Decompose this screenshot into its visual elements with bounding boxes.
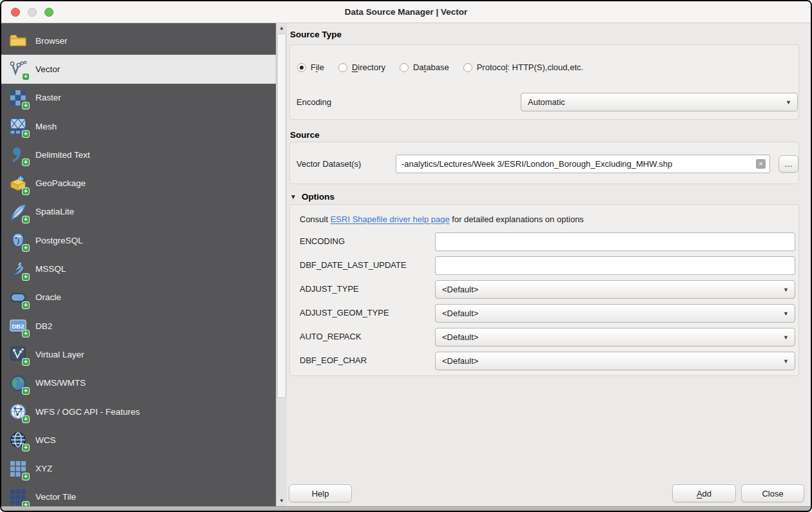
sidebar-item-raster[interactable]: + Raster	[1, 84, 276, 112]
radio-dot-icon	[338, 63, 347, 72]
plus-badge-icon: +	[22, 358, 30, 366]
radio-file[interactable]: File	[297, 62, 324, 72]
plus-badge-icon: +	[22, 158, 30, 166]
vector-layer-icon: +	[9, 60, 27, 78]
encoding-option-input[interactable]	[435, 232, 795, 251]
svg-text:DB2: DB2	[12, 323, 24, 330]
scroll-up-icon[interactable]: ▲	[276, 24, 287, 32]
sidebar-item-label: Virtual Layer	[35, 350, 84, 359]
radio-dot-icon	[400, 63, 409, 72]
db2-icon: DB2 +	[9, 317, 27, 335]
auto-repack-value: <Default>	[442, 332, 478, 342]
sidebar-item-postgresql[interactable]: + PostgreSQL	[1, 226, 276, 254]
spatialite-icon: +	[9, 203, 27, 221]
dbf-eof-char-select[interactable]: <Default> ▼	[435, 352, 795, 370]
auto-repack-select[interactable]: <Default> ▼	[435, 328, 795, 346]
wcs-icon: +	[9, 431, 27, 449]
adjust-type-select[interactable]: <Default> ▼	[435, 280, 795, 299]
radio-directory[interactable]: Directory	[338, 62, 385, 72]
sidebar-item-label: Vector	[35, 64, 60, 74]
adjust-type-value: <Default>	[442, 285, 478, 294]
radio-dot-icon	[463, 63, 472, 72]
oracle-icon: +	[9, 289, 27, 307]
plus-badge-icon: +	[22, 130, 30, 138]
plus-badge-icon: +	[22, 301, 30, 309]
sidebar-item-oracle[interactable]: + Oracle	[1, 283, 276, 312]
sidebar-item-vector-tile[interactable]: + Vector Tile	[1, 483, 276, 506]
plus-badge-icon: +	[22, 444, 30, 451]
sidebar-item-vector[interactable]: + Vector	[1, 55, 276, 83]
xyz-icon: +	[9, 460, 27, 478]
sidebar-item-label: WCS	[35, 435, 56, 445]
sidebar-item-geopackage[interactable]: + GeoPackage	[1, 169, 276, 197]
radio-file-label: File	[311, 62, 324, 72]
help-button[interactable]: Help	[289, 484, 352, 502]
add-button-label: Add	[697, 489, 711, 498]
sidebar-item-mssql[interactable]: + MSSQL	[1, 254, 276, 283]
sidebar-item-browser[interactable]: Browser	[1, 26, 276, 55]
clear-icon[interactable]: ×	[756, 159, 766, 169]
chevron-down-icon: ▼	[783, 334, 789, 340]
scrollbar-thumb[interactable]	[277, 33, 286, 398]
sidebar-item-virtual-layer[interactable]: + Virtual Layer	[1, 340, 276, 368]
delimited-text-icon: +	[9, 146, 27, 164]
vector-source-panel: Source Type File Directory Database Prot	[287, 23, 811, 506]
auto-repack-label: AUTO_REPACK	[300, 332, 362, 341]
options-header-label: Options	[302, 192, 334, 202]
sidebar-item-label: WMS/WMTS	[35, 378, 86, 388]
plus-badge-icon: +	[22, 216, 30, 223]
chevron-down-icon: ▼	[786, 99, 791, 105]
radio-protocol-label: Protocol: HTTP(S),cloud,etc.	[477, 62, 583, 72]
sidebar-item-label: Vector Tile	[35, 492, 76, 502]
chevron-down-icon: ▼	[783, 286, 789, 292]
chevron-down-icon: ▼	[783, 310, 789, 316]
vector-dataset-label: Vector Dataset(s)	[296, 159, 361, 169]
adjust-type-label: ADJUST_TYPE	[300, 284, 359, 294]
wms-wmts-icon: +	[9, 374, 27, 392]
adjust-geom-type-select[interactable]: <Default> ▼	[435, 304, 795, 323]
browse-button[interactable]: …	[778, 155, 798, 173]
plus-badge-icon: +	[22, 387, 30, 395]
sidebar-item-db2[interactable]: DB2 + DB2	[1, 312, 276, 340]
scroll-down-icon[interactable]: ▼	[276, 497, 287, 505]
radio-database[interactable]: Database	[400, 62, 449, 72]
sidebar-item-label: XYZ	[35, 464, 52, 473]
esri-help-link[interactable]: ESRI Shapefile driver help page	[331, 214, 450, 224]
data-source-manager-dialog: Data Source Manager | Vector Browser	[0, 0, 812, 512]
sidebar-item-wcs[interactable]: + WCS	[1, 426, 276, 454]
geopackage-icon: +	[9, 175, 27, 193]
collapse-triangle-icon: ▼	[290, 193, 296, 200]
sidebar-item-wfs-ogc-api-features[interactable]: + WFS / OGC API - Features	[1, 397, 276, 426]
radio-database-label: Database	[413, 62, 449, 72]
adjust-geom-type-label: ADJUST_GEOM_TYPE	[300, 308, 389, 318]
source-type-groupbox: File Directory Database Protocol: HTTP(S…	[289, 44, 799, 120]
vector-dataset-input[interactable]	[396, 155, 770, 173]
sidebar-item-label: Raster	[35, 93, 61, 102]
sidebar-item-label: Mesh	[35, 122, 57, 131]
adjust-geom-type-value: <Default>	[442, 308, 478, 318]
sidebar-item-label: GeoPackage	[35, 178, 86, 188]
sidebar-item-xyz[interactable]: + XYZ	[1, 454, 276, 482]
options-header[interactable]: ▼ Options	[290, 192, 334, 202]
plus-badge-icon: +	[22, 244, 30, 252]
sidebar-item-label: DB2	[35, 321, 52, 331]
dbf-date-last-update-input[interactable]	[435, 256, 795, 275]
sidebar-item-wms-wmts[interactable]: + WMS/WMTS	[1, 369, 276, 397]
sidebar-item-label: WFS / OGC API - Features	[35, 407, 140, 417]
consult-text: Consult ESRI Shapefile driver help page …	[300, 214, 584, 224]
sidebar-item-delimited-text[interactable]: + Delimited Text	[1, 140, 276, 169]
sidebar-scrollbar[interactable]: ▲ ▼	[276, 23, 287, 506]
wfs-icon: +	[9, 403, 27, 421]
sidebar-item-label: SpatiaLite	[35, 207, 74, 216]
close-button[interactable]: Close	[741, 484, 804, 502]
raster-icon: +	[9, 89, 27, 107]
encoding-select[interactable]: Automatic ▼	[521, 93, 798, 111]
plus-badge-icon: +	[22, 415, 30, 423]
radio-protocol[interactable]: Protocol: HTTP(S),cloud,etc.	[463, 62, 583, 72]
sidebar-item-label: Browser	[35, 36, 68, 46]
sidebar-item-mesh[interactable]: + Mesh	[1, 112, 276, 140]
sidebar-item-spatialite[interactable]: + SpatiaLite	[1, 198, 276, 226]
window-title: Data Source Manager | Vector	[1, 1, 811, 23]
add-button[interactable]: Add	[672, 484, 736, 502]
source-header: Source	[290, 130, 320, 140]
